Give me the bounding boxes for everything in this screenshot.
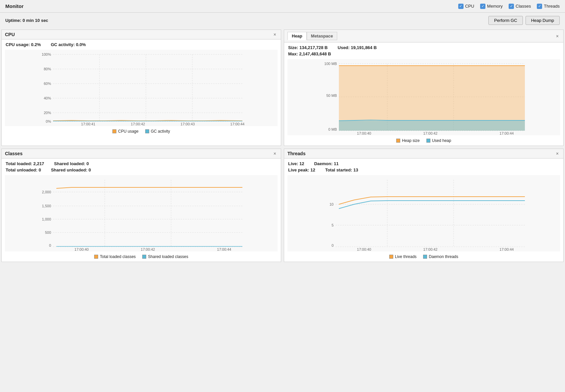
cpu-legend-box	[112, 129, 116, 133]
cpu-chart-area: 100% 80% 60% 40% 20% 0% 17:00:41 17:	[5, 50, 278, 126]
used-heap-legend-label: Used heap	[432, 138, 451, 143]
live-peak-label: Live peak:	[288, 167, 309, 172]
classes-panel-close[interactable]: ×	[272, 151, 278, 156]
svg-text:17:00:42: 17:00:42	[141, 247, 155, 251]
cpu-checkbox-label: CPU	[465, 4, 474, 9]
shared-classes-legend-item: Shared loaded classes	[142, 254, 188, 259]
gc-legend-item: GC activity	[145, 129, 170, 134]
heap-panel-close[interactable]: ×	[555, 33, 560, 39]
total-started-label: Total started:	[325, 167, 352, 172]
cpu-chart-svg: 100% 80% 60% 40% 20% 0% 17:00:41 17:	[5, 50, 278, 126]
gc-legend-box	[145, 129, 149, 133]
heap-chart-legend: Heap size Used heap	[284, 137, 563, 146]
svg-text:17:00:44: 17:00:44	[500, 247, 514, 251]
heap-dump-button[interactable]: Heap Dump	[526, 16, 560, 25]
heap-max-value: 2,147,483,648 B	[299, 51, 331, 56]
live-peak-stat: Live peak: 12	[288, 167, 315, 172]
heap-max-stat: Max: 2,147,483,648 B	[288, 51, 331, 56]
heap-size-label: Size:	[288, 45, 298, 50]
total-loaded-value: 2,217	[33, 161, 44, 166]
shared-loaded-label: Shared loaded:	[54, 161, 85, 166]
live-threads-label: Live:	[288, 161, 298, 166]
metaspace-tab[interactable]: Metaspace	[307, 32, 337, 40]
app-title: Monitor	[5, 3, 458, 9]
svg-text:20%: 20%	[44, 111, 51, 115]
svg-text:1,000: 1,000	[42, 217, 51, 221]
heap-stat-row2: Max: 2,147,483,648 B	[288, 51, 559, 56]
perform-gc-button[interactable]: Perform GC	[488, 16, 523, 25]
cpu-legend-label: CPU usage	[118, 129, 138, 134]
svg-text:1,500: 1,500	[42, 204, 51, 208]
svg-text:0: 0	[49, 243, 51, 247]
action-buttons: Perform GC Heap Dump	[488, 16, 560, 25]
svg-text:60%: 60%	[44, 82, 51, 86]
heap-chart-area: 100 MB 50 MB 0 MB 17:00:40 17:00:42 17:0…	[287, 59, 560, 135]
memory-checkbox-label: Memory	[487, 4, 503, 9]
svg-text:17:00:44: 17:00:44	[500, 131, 514, 135]
heap-tab[interactable]: Heap	[287, 32, 307, 40]
checkbox-cpu[interactable]: ✓ CPU	[458, 4, 474, 9]
heap-panel-stats: Size: 134,217,728 B Used: 19,191,864 B M…	[284, 42, 563, 59]
cpu-chart-legend: CPU usage GC activity	[2, 128, 281, 136]
svg-marker-31	[339, 121, 525, 131]
cpu-usage-label: CPU usage:	[6, 42, 30, 47]
gc-legend-label: GC activity	[151, 129, 170, 134]
classes-panel-title: Classes	[5, 151, 272, 156]
svg-text:500: 500	[45, 230, 51, 234]
cpu-panel-header: CPU ×	[2, 30, 281, 39]
threads-checkbox-icon: ✓	[537, 4, 542, 9]
threads-panel-close[interactable]: ×	[555, 151, 560, 156]
heap-chart-svg: 100 MB 50 MB 0 MB 17:00:40 17:00:42 17:0…	[287, 59, 560, 135]
svg-text:80%: 80%	[44, 67, 51, 71]
heap-size-legend-item: Heap size	[396, 138, 419, 143]
threads-panel: Threads × Live: 12 Daemon: 11 Live peak:…	[284, 149, 564, 262]
svg-text:50 MB: 50 MB	[326, 94, 337, 98]
gc-activity-label: GC activity:	[51, 42, 75, 47]
checkbox-threads[interactable]: ✓ Threads	[537, 4, 560, 9]
used-heap-legend-item: Used heap	[426, 138, 451, 143]
uptime-display: Uptime: 0 min 10 sec	[5, 18, 488, 23]
heap-panel-header: Heap Metaspace ×	[284, 30, 563, 42]
heap-stat-row1: Size: 134,217,728 B Used: 19,191,864 B	[288, 45, 559, 50]
total-loaded-stat: Total loaded: 2,217	[6, 161, 44, 166]
shared-loaded-value: 0	[87, 161, 89, 166]
cpu-panel-close[interactable]: ×	[272, 32, 278, 37]
svg-text:17:00:40: 17:00:40	[75, 247, 89, 251]
heap-size-value: 134,217,728 B	[299, 45, 328, 50]
svg-text:17:00:40: 17:00:40	[357, 131, 371, 135]
checkbox-classes[interactable]: ✓ Classes	[509, 4, 531, 9]
live-threads-legend-label: Live threads	[395, 254, 416, 259]
heap-size-stat: Size: 134,217,728 B	[288, 45, 328, 50]
classes-panel-stats: Total loaded: 2,217 Shared loaded: 0 Tot…	[2, 159, 281, 175]
svg-text:17:00:42: 17:00:42	[423, 131, 438, 135]
svg-text:100 MB: 100 MB	[324, 62, 337, 66]
svg-text:17:00:42: 17:00:42	[423, 247, 438, 251]
daemon-threads-legend-label: Daemon threads	[429, 254, 458, 259]
cpu-panel-stats: CPU usage: 0.2% GC activity: 0.0%	[2, 39, 281, 50]
used-heap-legend-box	[426, 139, 430, 143]
gc-activity-stat: GC activity: 0.0%	[51, 42, 86, 47]
checkbox-memory[interactable]: ✓ Memory	[480, 4, 503, 9]
memory-checkbox-icon: ✓	[480, 4, 485, 9]
shared-unloaded-stat: Shared unloaded: 0	[51, 167, 91, 172]
live-threads-legend-item: Live threads	[389, 254, 416, 259]
threads-stat-row2: Live peak: 12 Total started: 13	[288, 167, 559, 172]
svg-text:10: 10	[330, 202, 334, 206]
uptime-value: 0 min 10 sec	[23, 18, 48, 23]
classes-panel-header: Classes ×	[2, 149, 281, 159]
daemon-threads-legend-item: Daemon threads	[423, 254, 458, 259]
classes-stat-row2: Total unloaded: 0 Shared unloaded: 0	[6, 167, 277, 172]
svg-text:17:00:40: 17:00:40	[357, 247, 371, 251]
shared-classes-legend-box	[142, 255, 146, 259]
total-started-stat: Total started: 13	[325, 167, 358, 172]
classes-panel: Classes × Total loaded: 2,217 Shared loa…	[1, 149, 281, 262]
svg-text:17:00:44: 17:00:44	[230, 122, 245, 126]
svg-text:0%: 0%	[46, 119, 51, 123]
total-unloaded-label: Total unloaded:	[6, 167, 37, 172]
cpu-panel: CPU × CPU usage: 0.2% GC activity: 0.0% …	[1, 30, 281, 146]
live-threads-stat: Live: 12	[288, 161, 304, 166]
svg-text:40%: 40%	[44, 96, 51, 100]
app-header: Monitor ✓ CPU ✓ Memory ✓ Classes ✓ Threa…	[0, 0, 565, 13]
svg-text:17:00:43: 17:00:43	[181, 122, 195, 126]
cpu-usage-stat: CPU usage: 0.2%	[6, 42, 41, 47]
